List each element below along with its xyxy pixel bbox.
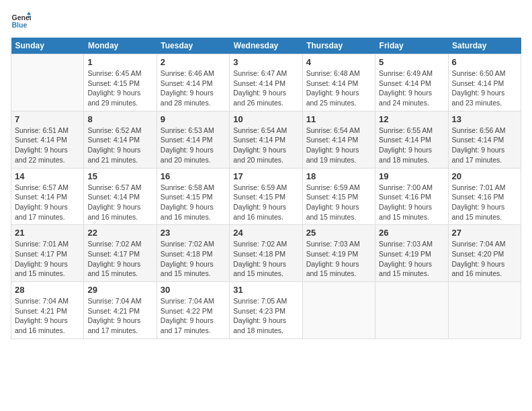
daylight-minutes: and 21 minutes. xyxy=(87,155,152,165)
day-number: 14 xyxy=(15,171,80,181)
calendar-cell: 19Sunrise: 7:00 AMSunset: 4:16 PMDayligh… xyxy=(375,168,448,225)
sunrise-text: Sunrise: 6:54 AM xyxy=(306,126,371,136)
daylight-minutes: and 29 minutes. xyxy=(87,98,152,108)
sunrise-text: Sunrise: 6:59 AM xyxy=(233,183,298,193)
day-number: 31 xyxy=(233,285,298,295)
day-number: 18 xyxy=(306,171,371,181)
col-header-sunday: Sunday xyxy=(11,38,84,54)
daylight-hours: Daylight: 9 hours xyxy=(379,145,444,155)
daylight-hours: Daylight: 9 hours xyxy=(87,316,152,326)
daylight-minutes: and 22 minutes. xyxy=(15,155,80,165)
sunset-text: Sunset: 4:14 PM xyxy=(233,135,298,145)
col-header-friday: Friday xyxy=(375,38,448,54)
sunset-text: Sunset: 4:19 PM xyxy=(306,249,371,259)
calendar-cell: 11Sunrise: 6:54 AMSunset: 4:14 PMDayligh… xyxy=(302,111,375,168)
calendar-cell: 31Sunrise: 7:05 AMSunset: 4:23 PMDayligh… xyxy=(230,282,302,339)
calendar-cell: 13Sunrise: 6:56 AMSunset: 4:14 PMDayligh… xyxy=(448,111,521,168)
sunrise-text: Sunrise: 6:45 AM xyxy=(87,68,152,79)
daylight-minutes: and 18 minutes. xyxy=(379,155,444,165)
daylight-hours: Daylight: 9 hours xyxy=(452,259,517,269)
daylight-hours: Daylight: 9 hours xyxy=(233,316,298,326)
sunrise-text: Sunrise: 6:51 AM xyxy=(15,126,80,136)
day-number: 15 xyxy=(87,171,152,181)
day-number: 8 xyxy=(87,114,152,124)
logo-icon: General Blue xyxy=(11,11,31,31)
calendar-cell: 26Sunrise: 7:03 AMSunset: 4:19 PMDayligh… xyxy=(375,225,448,282)
calendar-cell: 12Sunrise: 6:55 AMSunset: 4:14 PMDayligh… xyxy=(375,111,448,168)
sunset-text: Sunset: 4:14 PM xyxy=(306,79,371,89)
daylight-minutes: and 25 minutes. xyxy=(306,98,371,108)
day-number: 26 xyxy=(379,228,444,238)
sunset-text: Sunset: 4:22 PM xyxy=(161,306,226,316)
sunset-text: Sunset: 4:14 PM xyxy=(379,79,444,89)
daylight-minutes: and 20 minutes. xyxy=(233,155,298,165)
svg-text:Blue: Blue xyxy=(12,21,28,29)
daylight-hours: Daylight: 9 hours xyxy=(452,145,517,155)
daylight-minutes: and 15 minutes. xyxy=(233,269,298,279)
sunset-text: Sunset: 4:14 PM xyxy=(87,135,152,145)
day-number: 29 xyxy=(87,285,152,295)
sunset-text: Sunset: 4:14 PM xyxy=(15,192,80,202)
sunset-text: Sunset: 4:15 PM xyxy=(87,79,152,89)
daylight-minutes: and 15 minutes. xyxy=(306,212,371,222)
daylight-hours: Daylight: 9 hours xyxy=(452,202,517,212)
daylight-minutes: and 15 minutes. xyxy=(379,212,444,222)
calendar-cell: 28Sunrise: 7:04 AMSunset: 4:21 PMDayligh… xyxy=(11,282,84,339)
calendar-cell: 8Sunrise: 6:52 AMSunset: 4:14 PMDaylight… xyxy=(84,111,157,168)
sunrise-text: Sunrise: 6:56 AM xyxy=(452,126,517,136)
sunrise-text: Sunrise: 6:59 AM xyxy=(306,183,371,193)
day-number: 2 xyxy=(161,57,226,67)
daylight-minutes: and 15 minutes. xyxy=(15,269,80,279)
daylight-hours: Daylight: 9 hours xyxy=(306,202,371,212)
calendar-cell: 9Sunrise: 6:53 AMSunset: 4:14 PMDaylight… xyxy=(157,111,229,168)
daylight-minutes: and 16 minutes. xyxy=(452,269,517,279)
sunset-text: Sunset: 4:14 PM xyxy=(161,135,226,145)
daylight-minutes: and 15 minutes. xyxy=(379,269,444,279)
daylight-minutes: and 19 minutes. xyxy=(306,155,371,165)
sunrise-text: Sunrise: 6:58 AM xyxy=(161,183,226,193)
daylight-hours: Daylight: 9 hours xyxy=(15,145,80,155)
sunset-text: Sunset: 4:15 PM xyxy=(161,192,226,202)
daylight-minutes: and 15 minutes. xyxy=(161,269,226,279)
col-header-monday: Monday xyxy=(84,38,157,54)
col-header-wednesday: Wednesday xyxy=(230,38,302,54)
day-number: 28 xyxy=(15,285,80,295)
calendar-cell: 14Sunrise: 6:57 AMSunset: 4:14 PMDayligh… xyxy=(11,168,84,225)
calendar-cell: 20Sunrise: 7:01 AMSunset: 4:16 PMDayligh… xyxy=(448,168,521,225)
sunrise-text: Sunrise: 6:54 AM xyxy=(233,126,298,136)
sunrise-text: Sunrise: 6:48 AM xyxy=(306,68,371,79)
calendar-cell xyxy=(11,54,84,111)
daylight-minutes: and 17 minutes. xyxy=(15,212,80,222)
sunset-text: Sunset: 4:21 PM xyxy=(87,306,152,316)
calendar-cell xyxy=(448,282,521,339)
sunset-text: Sunset: 4:19 PM xyxy=(379,249,444,259)
day-number: 23 xyxy=(161,228,226,238)
sunrise-text: Sunrise: 7:02 AM xyxy=(233,239,298,249)
sunset-text: Sunset: 4:14 PM xyxy=(15,135,80,145)
sunrise-text: Sunrise: 7:02 AM xyxy=(87,239,152,249)
calendar-cell: 1Sunrise: 6:45 AMSunset: 4:15 PMDaylight… xyxy=(84,54,157,111)
sunrise-text: Sunrise: 6:52 AM xyxy=(87,126,152,136)
daylight-hours: Daylight: 9 hours xyxy=(87,202,152,212)
daylight-minutes: and 17 minutes. xyxy=(452,155,517,165)
calendar-cell: 22Sunrise: 7:02 AMSunset: 4:17 PMDayligh… xyxy=(84,225,157,282)
daylight-minutes: and 26 minutes. xyxy=(233,98,298,108)
daylight-hours: Daylight: 9 hours xyxy=(15,202,80,212)
daylight-hours: Daylight: 9 hours xyxy=(379,88,444,98)
sunrise-text: Sunrise: 7:04 AM xyxy=(87,296,152,306)
daylight-hours: Daylight: 9 hours xyxy=(15,259,80,269)
sunset-text: Sunset: 4:16 PM xyxy=(452,192,517,202)
day-number: 19 xyxy=(379,171,444,181)
calendar-cell: 24Sunrise: 7:02 AMSunset: 4:18 PMDayligh… xyxy=(230,225,302,282)
daylight-minutes: and 16 minutes. xyxy=(87,212,152,222)
day-number: 6 xyxy=(452,57,517,67)
calendar-cell: 2Sunrise: 6:46 AMSunset: 4:14 PMDaylight… xyxy=(157,54,229,111)
sunrise-text: Sunrise: 6:57 AM xyxy=(87,183,152,193)
daylight-hours: Daylight: 9 hours xyxy=(161,316,226,326)
sunset-text: Sunset: 4:14 PM xyxy=(452,135,517,145)
day-number: 21 xyxy=(15,228,80,238)
daylight-minutes: and 20 minutes. xyxy=(161,155,226,165)
calendar-cell: 25Sunrise: 7:03 AMSunset: 4:19 PMDayligh… xyxy=(302,225,375,282)
sunset-text: Sunset: 4:21 PM xyxy=(15,306,80,316)
sunrise-text: Sunrise: 7:01 AM xyxy=(452,183,517,193)
